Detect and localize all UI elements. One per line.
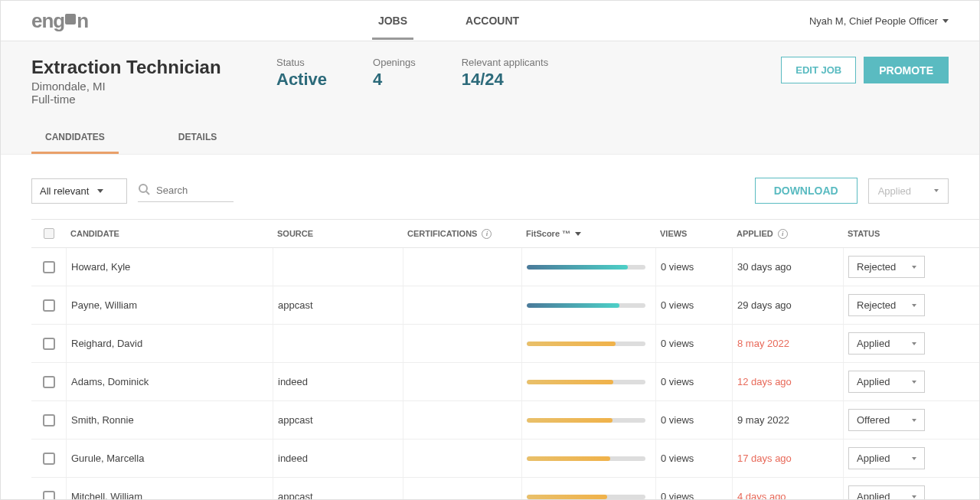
svg-point-0 [139,185,147,192]
td-fitscore [521,401,655,439]
status-select[interactable]: Applied [848,485,925,500]
th-cert-label: CERTIFICATIONS [407,229,477,238]
search-input[interactable] [156,185,225,196]
status-select[interactable]: Offered [848,409,925,431]
status-select[interactable]: Applied [848,371,925,393]
fitscore-bar [527,303,645,308]
status-value: Applied [857,338,890,349]
chevron-down-icon [934,189,939,192]
fitscore-fill [527,303,619,308]
th-status[interactable]: STATUS [843,228,965,239]
select-all-checkbox[interactable] [44,228,54,239]
status-select[interactable]: Rejected [848,256,925,278]
bulk-action-select[interactable]: Applied [868,178,949,204]
info-icon[interactable]: i [778,229,788,239]
table-row[interactable]: Howard, Kyle 0 views 30 days ago Rejecte… [31,248,979,286]
logo[interactable]: engn [31,9,88,33]
tab-details[interactable]: DETAILS [165,124,230,154]
row-checkbox[interactable] [43,299,55,312]
td-candidate[interactable]: Adams, Dominick [66,363,273,400]
td-views: 0 views [655,248,732,286]
td-views: 0 views [655,286,732,324]
tab-candidates[interactable]: CANDIDATES [31,124,119,154]
toolbar: All relevant DOWNLOAD Applied [1,155,979,219]
td-fitscore [521,363,655,400]
td-fitscore [521,286,655,324]
th-source[interactable]: SOURCE [273,228,403,239]
chevron-down-icon [912,457,916,460]
stat-status: Status Active [276,57,327,90]
nav-account[interactable]: ACCOUNT [459,2,525,40]
table-row[interactable]: Gurule, Marcella indeed 0 views 17 days … [31,440,979,478]
td-candidate[interactable]: Gurule, Marcella [66,440,273,477]
fitscore-bar [527,265,645,270]
row-checkbox[interactable] [43,338,55,350]
row-checkbox[interactable] [43,491,55,501]
subheader-top: Extraction Technician Dimondale, MI Full… [31,57,949,106]
user-menu[interactable]: Nyah M, Chief People Officer [809,15,949,27]
th-views[interactable]: VIEWS [655,228,732,239]
status-value: Offered [857,414,890,426]
td-candidate[interactable]: Payne, William [66,286,273,324]
th-candidate[interactable]: CANDIDATE [66,228,273,239]
table-row[interactable]: Adams, Dominick indeed 0 views 12 days a… [31,363,979,401]
table-row[interactable]: Smith, Ronnie appcast 0 views 9 may 2022… [31,401,979,440]
promote-button[interactable]: PROMOTE [864,57,949,83]
td-cert [403,325,521,362]
logo-dots-icon [65,14,76,25]
td-candidate[interactable]: Mitchell, William [66,478,273,500]
filter-select[interactable]: All relevant [31,178,127,204]
nav-center: JOBS ACCOUNT [88,2,809,40]
td-status: Rejected [843,286,965,324]
th-applied[interactable]: APPLIED i [732,228,843,239]
td-applied: 12 days ago [732,363,843,400]
status-select[interactable]: Rejected [848,294,925,316]
row-checkbox[interactable] [43,453,55,465]
td-checkbox [31,248,66,286]
td-views: 0 views [655,363,732,400]
fitscore-fill [527,495,607,499]
table-row[interactable]: Reighard, David 0 views 8 may 2022 Appli… [31,325,979,363]
table-body: Howard, Kyle 0 views 30 days ago Rejecte… [31,248,979,500]
status-value: Rejected [857,299,896,311]
status-select[interactable]: Applied [848,332,925,355]
th-fitscore[interactable]: FitScore ™ [521,228,655,239]
fitscore-fill [527,456,610,461]
table-row[interactable]: Mitchell, William appcast 0 views 4 days… [31,478,979,500]
row-checkbox[interactable] [43,376,55,388]
nav-jobs[interactable]: JOBS [372,2,413,40]
td-status: Applied [843,478,965,500]
td-source [273,248,403,286]
td-applied: 29 days ago [732,286,843,324]
subheader: Extraction Technician Dimondale, MI Full… [1,41,979,155]
table-row[interactable]: Payne, William appcast 0 views 29 days a… [31,286,979,325]
th-applied-label: APPLIED [737,229,773,238]
td-cert [403,286,521,324]
td-applied: 8 may 2022 [732,325,843,362]
td-candidate[interactable]: Reighard, David [66,325,273,362]
status-select[interactable]: Applied [848,447,925,469]
td-status: Applied [843,363,965,400]
td-fitscore [521,478,655,500]
stat-relevant-label: Relevant applicants [462,57,548,68]
job-type: Full-time [31,93,230,106]
td-candidate[interactable]: Smith, Ronnie [66,401,273,439]
row-checkbox[interactable] [43,261,55,273]
fitscore-bar [527,418,645,423]
chevron-down-icon [912,266,916,269]
td-candidate[interactable]: Howard, Kyle [66,248,273,286]
bulk-action-value: Applied [878,185,911,197]
info-icon[interactable]: i [482,229,492,239]
td-views: 0 views [655,401,732,439]
chevron-down-icon [912,304,916,307]
td-checkbox [31,363,66,400]
td-cert [403,401,521,439]
th-certifications[interactable]: CERTIFICATIONS i [403,228,521,239]
edit-job-button[interactable]: EDIT JOB [781,57,856,83]
stat-status-label: Status [276,57,327,68]
download-button[interactable]: DOWNLOAD [755,178,858,204]
td-source [273,325,403,362]
chevron-down-icon [912,342,916,345]
row-checkbox[interactable] [43,414,55,426]
user-name: Nyah M, Chief People Officer [809,15,938,27]
